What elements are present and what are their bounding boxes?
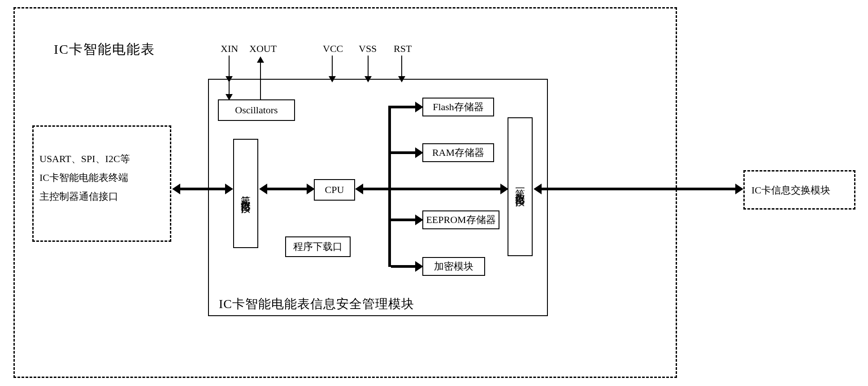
xin-internal-arrow [226, 94, 233, 100]
conn-cpu-bus-al [355, 184, 363, 194]
conn-if1-out-al [534, 184, 542, 194]
branch-eeprom [391, 219, 416, 221]
conn-if1-out [541, 188, 736, 190]
pin-xin-label: XIN [221, 43, 238, 55]
data-if-2-text: 第二数据接口 [239, 188, 252, 199]
pin-vcc-line [332, 56, 333, 78]
branch-flash [391, 106, 416, 108]
pin-vss-arrow [365, 76, 372, 82]
pin-rst-line [401, 56, 402, 78]
pin-vss-line [368, 56, 369, 78]
data-if-1-text: 第一数据接口 [513, 181, 527, 192]
branch-eeprom-ar [415, 214, 423, 225]
ram-block: RAM存储器 [422, 143, 494, 162]
pin-vss-label: VSS [359, 43, 377, 55]
pin-xout-label: XOUT [249, 43, 277, 55]
conn-if1-out-ar [735, 184, 743, 194]
security-module-title: IC卡智能电能表信息安全管理模块 [219, 296, 414, 313]
conn-left-if2-al [172, 184, 180, 194]
right-module-text: IC卡信息交换模块 [751, 184, 830, 197]
pin-xout-line [260, 63, 261, 81]
flash-block: Flash存储器 [422, 98, 494, 116]
left-module-text: USART、SPI、I2C等 IC卡智能电能表终端 主控制器通信接口 [39, 150, 166, 206]
oscillators-block: Oscillators [218, 99, 295, 121]
conn-cpu-bus-ar [500, 184, 508, 194]
conn-if2-cpu-ar [307, 184, 315, 194]
pin-xin-line [229, 56, 230, 78]
pin-vcc-arrow [329, 76, 336, 82]
branch-encrypt-ar [415, 261, 423, 272]
data-if-2-block: 第二数据接口 [233, 139, 258, 248]
conn-left-if2 [179, 188, 226, 190]
branch-encrypt [391, 265, 416, 268]
pin-rst-arrow [398, 76, 405, 82]
outer-title: IC卡智能电能表 [54, 40, 155, 59]
conn-if2-cpu [266, 188, 308, 190]
data-if-1-block: 第一数据接口 [508, 117, 533, 256]
branch-ram [391, 151, 416, 154]
prog-dl-block: 程序下载口 [285, 236, 351, 257]
conn-cpu-bus [362, 188, 501, 190]
branch-ram-ar [415, 147, 423, 158]
xout-internal-line [260, 81, 261, 100]
conn-left-if2-ar [225, 184, 233, 194]
conn-if2-cpu-al [259, 184, 267, 194]
branch-flash-ar [415, 102, 423, 112]
encrypt-block: 加密模块 [422, 257, 485, 276]
pin-xout-arrow [257, 56, 264, 63]
eeprom-block: EEPROM存储器 [422, 210, 499, 229]
pin-rst-label: RST [394, 43, 412, 55]
cpu-block: CPU [314, 179, 355, 201]
memory-bus [388, 106, 391, 267]
diagram-canvas: IC卡智能电能表 USART、SPI、I2C等 IC卡智能电能表终端 主控制器通… [0, 0, 868, 386]
pin-vcc-label: VCC [323, 43, 343, 55]
